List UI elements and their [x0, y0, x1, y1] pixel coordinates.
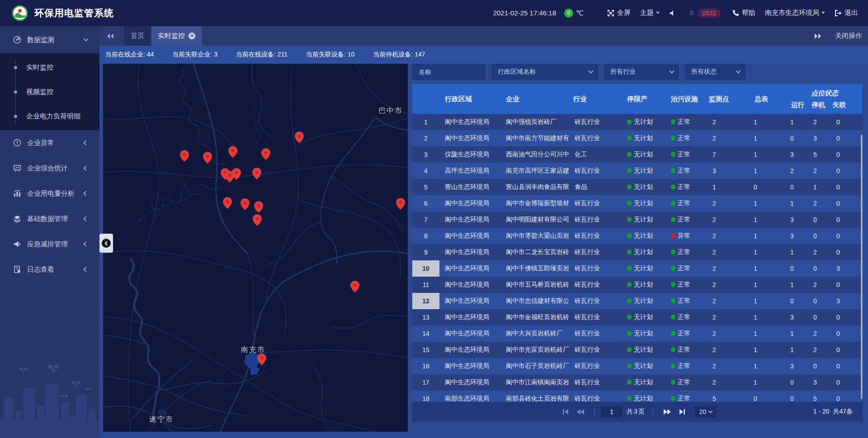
prev-page-button[interactable]	[576, 409, 585, 415]
map-pin-icon[interactable]	[241, 198, 250, 210]
table-row[interactable]: 2阆中生态环境局阆中市南方节能建材有砖瓦行业无计划正常21030	[412, 130, 863, 146]
cell-limit: 无计划	[622, 199, 665, 207]
table-row[interactable]: 5营山生态环境局营山县润丰肉食品有限食品无计划正常10010	[412, 179, 863, 195]
map-pin-icon[interactable]	[350, 281, 359, 292]
cell-region: 高坪生态环境局	[439, 167, 500, 175]
table-row[interactable]: 17阆中生态环境局阆中市江南镇阆南页岩砖瓦行业无计划正常21030	[412, 374, 863, 391]
sidebar-subitem-1[interactable]: 视频监控	[0, 80, 99, 104]
stats-bar: 当前在线企业: 44当前失联企业: 3当前在线设备: 211当前失联设备: 10…	[99, 46, 868, 64]
collapse-arrow-icon	[102, 239, 111, 248]
map-pin-icon[interactable]	[203, 152, 212, 164]
cell-offline: 0	[826, 216, 850, 223]
close-operations[interactable]: 关闭操作	[835, 32, 862, 40]
table-row[interactable]: 4高坪生态环境局南充市高坪区王家店建砖瓦行业无计划正常31220	[412, 163, 863, 179]
tabs-scroll-left-icon[interactable]	[106, 33, 114, 39]
cell-meter: 1	[731, 346, 780, 353]
cell-region: 营山生态环境局	[439, 183, 500, 191]
table-row[interactable]: 3仪陇生态环境局西南油气田分公司川中化工无计划正常71350	[412, 146, 863, 163]
sidebar-item-4[interactable]: 基础数据管理	[0, 206, 99, 231]
table-row[interactable]: 18南部生态环境局南部县砖化土页岩有限公砖瓦行业无计划正常50050	[412, 391, 863, 402]
table-row[interactable]: 16阆中生态环境局阆中市石子页岩机砖厂砖瓦行业无计划正常21300	[412, 358, 863, 374]
table-row[interactable]: 14阆中生态环境局阆中大兴页岩机砖厂砖瓦行业无计划正常21120	[412, 325, 863, 342]
status-dot-green	[671, 331, 675, 336]
table-scrollbar[interactable]	[861, 135, 863, 399]
org-dropdown[interactable]: 南充市生态环境局	[765, 9, 825, 17]
map-collapse-button[interactable]	[99, 234, 113, 253]
cell-stopped: 2	[804, 281, 826, 288]
sidebar-item-5[interactable]: 应急减排管理	[0, 231, 99, 257]
table-row[interactable]: 15阆中生态环境局阆中市光富页岩机砖厂砖瓦行业无计划正常21120	[412, 342, 863, 358]
sound-button[interactable]	[669, 9, 679, 17]
row-number: 5	[412, 179, 439, 195]
map-pin-icon[interactable]	[228, 146, 237, 158]
region-filter-select[interactable]: 行政区域名称	[491, 64, 598, 80]
notifications[interactable]: 2632	[689, 9, 721, 18]
table-row[interactable]: 13阆中生态环境局阆中市金福旺页岩机砖砖瓦行业无计划正常21300	[412, 309, 863, 325]
map-pin-icon[interactable]	[396, 198, 405, 210]
sidebar-item-2[interactable]: 企业综合统计	[0, 155, 99, 181]
page-size-select[interactable]: 20	[695, 406, 717, 418]
table-row[interactable]: 8阆中生态环境局阆中市枣碧大梁山页岩砖瓦行业无计划异常21300	[412, 228, 863, 244]
row-number: 8	[412, 228, 439, 244]
tab-home[interactable]: 首页	[124, 26, 151, 46]
table-row[interactable]: 9阆中生态环境局阆中市二龙长宝页岩砖砖瓦行业无计划正常21120	[412, 244, 863, 260]
status-filter-select[interactable]: 所有状态	[685, 64, 745, 80]
map-pin-icon[interactable]	[180, 150, 189, 162]
map-pin-icon[interactable]	[257, 353, 266, 365]
cell-meter: 0	[731, 184, 780, 191]
table-row[interactable]: 6阆中生态环境局阆中市金博瑞新型墙材砖瓦行业无计划正常21120	[412, 195, 863, 212]
status-dot-green	[627, 217, 632, 222]
cell-industry: 砖瓦行业	[569, 248, 622, 256]
table-row[interactable]: 1阆中生态环境局阆中强锐页岩砖厂砖瓦行业无计划正常21120	[412, 114, 863, 130]
map-pin-icon[interactable]	[232, 168, 241, 180]
tab-close-icon[interactable]: ✕	[189, 33, 195, 39]
last-page-button[interactable]	[679, 409, 686, 415]
map-pin-icon[interactable]	[223, 197, 232, 209]
theme-dropdown[interactable]: 主题	[640, 9, 660, 17]
sidebar-item-6[interactable]: 日志查看	[0, 257, 99, 282]
cell-offline: 0	[826, 314, 850, 321]
fullscreen-button[interactable]: 全屏	[607, 9, 631, 17]
col-monitor: 监测点	[698, 84, 731, 114]
first-page-button[interactable]	[562, 409, 569, 415]
table-row[interactable]: 10阆中生态环境局阆中千佛镇五郎垭页岩砖瓦行业无计划正常21003	[412, 260, 863, 277]
help-button[interactable]: 帮助	[732, 9, 755, 17]
status-dot-green	[627, 347, 632, 352]
logout-icon	[835, 9, 842, 17]
page-number-input[interactable]	[601, 406, 622, 418]
sidebar-item-3[interactable]: 企业用电量分析	[0, 181, 99, 206]
cell-running: 0	[780, 395, 804, 402]
cell-offline: 0	[826, 118, 850, 126]
sidebar-item-0[interactable]: 数据监测	[0, 26, 99, 53]
cell-company: 阆中市南方节能建材有	[500, 134, 569, 142]
table-row[interactable]: 7阆中生态环境局阆中明阳建材有限公司砖瓦行业无计划正常21300	[412, 212, 863, 228]
table-row[interactable]: 11阆中生态环境局阆中市五马桥页岩机砖砖瓦行业无计划正常21120	[412, 277, 863, 293]
map-pin-icon[interactable]	[295, 132, 304, 143]
sidebar-subitem-2[interactable]: 企业电力负荷明细	[0, 104, 99, 128]
cell-limit: 无计划	[622, 167, 665, 175]
tab-realtime-monitor[interactable]: 实时监控 ✕	[151, 26, 202, 46]
map-pin-icon[interactable]	[254, 201, 263, 213]
cell-running: 0	[780, 297, 804, 305]
cell-limit: 无计划	[622, 330, 665, 338]
table-row[interactable]: 12阆中生态环境局阆中市忠信建材有限公砖瓦行业无计划正常21003	[412, 293, 863, 309]
status-dot-green	[627, 201, 632, 206]
chevron-down-icon	[708, 409, 713, 414]
name-filter-input[interactable]	[412, 64, 486, 80]
stat-item-4: 当前停机设备: 147	[373, 51, 425, 59]
industry-filter-select[interactable]: 所有行业	[604, 64, 679, 80]
map-pin-icon[interactable]	[261, 148, 270, 160]
cell-region: 阆中生态环境局	[439, 378, 500, 386]
map-panel[interactable]: 巴中市南充市遂宁市	[103, 64, 408, 432]
sidebar-subitem-0[interactable]: 实时监控	[0, 55, 99, 80]
map-pin-icon[interactable]	[253, 214, 262, 226]
sidebar-item-1[interactable]: 企业异常	[0, 130, 99, 155]
col-company: 企业	[500, 84, 568, 114]
map-pin-icon[interactable]	[252, 168, 261, 179]
next-page-button[interactable]	[663, 409, 671, 415]
tabs-scroll-right-icon[interactable]	[814, 33, 822, 39]
cell-monitor: 2	[698, 297, 731, 305]
cell-region: 阆中生态环境局	[439, 264, 500, 273]
logout-button[interactable]: 退出	[835, 9, 858, 17]
sidebar-item-label: 企业综合统计	[27, 164, 68, 173]
